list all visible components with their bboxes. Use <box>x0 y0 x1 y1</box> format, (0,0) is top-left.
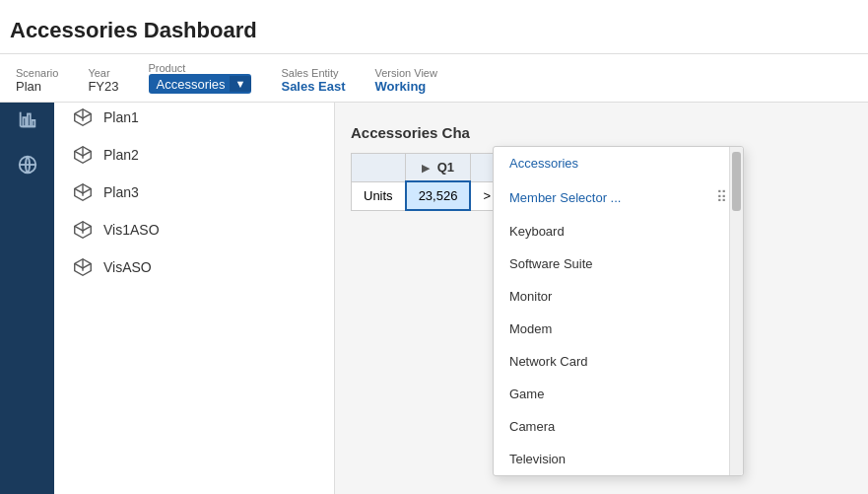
year-value: FY23 <box>88 79 118 94</box>
row-label: Units <box>352 181 406 210</box>
cube-list: Plan1 Plan2 Plan3 <box>54 95 334 290</box>
svg-rect-8 <box>32 120 34 126</box>
svg-rect-7 <box>28 114 31 127</box>
dropdown-item-television[interactable]: Television <box>494 443 743 475</box>
cube-label: Vis1ASO <box>103 222 160 238</box>
svg-rect-6 <box>23 117 26 126</box>
table-corner <box>352 154 406 182</box>
cube-icon <box>72 219 94 241</box>
dropdown-item-modem[interactable]: Modem <box>494 313 743 345</box>
scenario-value: Plan <box>16 79 41 94</box>
dropdown-item-game[interactable]: Game <box>494 378 743 410</box>
cube-item-visaso[interactable]: VisASO <box>54 248 334 286</box>
dropdown-scrollthumb <box>732 152 741 211</box>
page-title: Accessories Dashboard <box>10 18 257 43</box>
chart-table: ▶ Q1 Units 23,526 > <box>351 153 503 211</box>
dropdown-item-accessories[interactable]: Accessories <box>494 147 743 179</box>
product-dropdown-menu: Accessories Member Selector ... ⠿ Keyboa… <box>493 146 744 476</box>
table-col-q1: ▶ Q1 <box>406 154 471 182</box>
row-value-q1[interactable]: 23,526 <box>406 181 471 210</box>
dropdown-item-monitor[interactable]: Monitor <box>494 280 743 313</box>
cube-icon <box>72 106 94 128</box>
product-item: Product Accessories ▼ <box>149 62 252 94</box>
cube-label: Plan1 <box>103 109 139 125</box>
year-label: Year <box>88 67 109 79</box>
toolbar: Scenario Plan Year FY23 Product Accessor… <box>0 54 868 103</box>
sales-entity-value[interactable]: Sales East <box>281 79 345 94</box>
table-row: Units 23,526 > <box>352 181 503 210</box>
sales-entity-label: Sales Entity <box>281 67 338 79</box>
cube-item-plan1[interactable]: Plan1 <box>54 99 334 136</box>
cube-icon <box>72 181 94 203</box>
dropdown-item-network-card[interactable]: Network Card <box>494 345 743 378</box>
cube-label: Plan2 <box>103 147 139 163</box>
expand-q1-button[interactable]: ▶ <box>422 162 430 175</box>
cube-item-vis1aso[interactable]: Vis1ASO <box>54 211 334 248</box>
globe-nav-icon[interactable] <box>9 146 46 183</box>
scenario-item: Scenario Plan <box>16 67 58 94</box>
cube-label: VisASO <box>103 259 152 275</box>
chart-title: Accessories Cha <box>351 124 852 141</box>
cube-icon <box>72 144 94 166</box>
year-item: Year FY23 <box>88 67 118 94</box>
sales-entity-item: Sales Entity Sales East <box>281 67 345 94</box>
version-value[interactable]: Working <box>375 79 427 94</box>
dropdown-scrollbar[interactable] <box>729 147 743 475</box>
dropdown-item-camera[interactable]: Camera <box>494 410 743 443</box>
version-item: Version View Working <box>375 67 437 94</box>
cube-item-plan2[interactable]: Plan2 <box>54 136 334 174</box>
product-label: Product <box>149 62 186 74</box>
scenario-label: Scenario <box>16 67 58 79</box>
member-selector-icon: ⠿ <box>716 188 727 206</box>
dropdown-item-member-selector[interactable]: Member Selector ... ⠿ <box>494 179 743 215</box>
cube-icon <box>72 256 94 278</box>
product-dropdown-arrow: ▼ <box>230 76 252 92</box>
product-dropdown-button[interactable]: Accessories ▼ <box>149 74 252 94</box>
chart-nav-icon[interactable] <box>9 101 46 138</box>
cube-label: Plan3 <box>103 184 139 200</box>
cube-item-plan3[interactable]: Plan3 <box>54 174 334 211</box>
version-label: Version View <box>375 67 437 79</box>
dropdown-item-keyboard[interactable]: Keyboard <box>494 215 743 247</box>
dropdown-item-software-suite[interactable]: Software Suite <box>494 247 743 280</box>
product-value: Accessories <box>157 77 226 92</box>
